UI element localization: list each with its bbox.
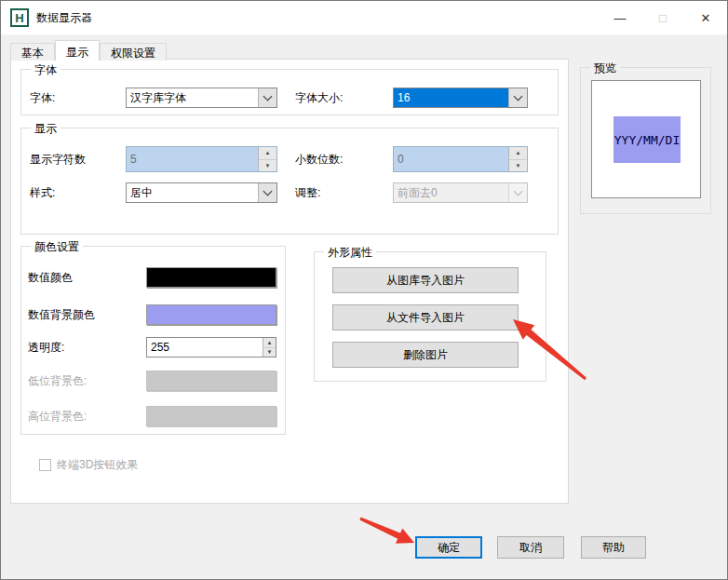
bg-color-swatch[interactable]	[146, 304, 276, 325]
font-select[interactable]: 汉字库字体	[126, 88, 277, 108]
preview-canvas: YYY/MM/DI	[591, 80, 701, 198]
chevron-down-icon	[508, 183, 527, 202]
spin-down-icon: ▼	[509, 159, 527, 172]
delete-image-button[interactable]: 删除图片	[332, 342, 519, 368]
decimal-value: 0	[394, 147, 508, 171]
cancel-button[interactable]: 取消	[497, 536, 564, 559]
font-select-value: 汉字库字体	[127, 88, 258, 107]
display-group: 显示	[20, 128, 559, 235]
low-bg-color-label: 低位背景色:	[28, 371, 87, 391]
opacity-value: 255	[147, 338, 263, 357]
terminal-3d-label: 终端3D按钮效果	[57, 454, 138, 475]
adjust-select: 前面去0	[393, 182, 528, 203]
value-color-label: 数值颜色	[28, 267, 73, 288]
dialog-window: H 数据显示器 — □ ✕ 基本 显示 权限设置 字体 字体: 汉字库字体 字体…	[0, 0, 728, 580]
import-from-gallery-button[interactable]: 从图库导入图片	[332, 267, 519, 293]
style-label: 样式:	[30, 182, 55, 203]
font-size-label: 字体大小:	[295, 88, 343, 108]
adjust-label: 调整:	[295, 182, 320, 203]
tab-permission[interactable]: 权限设置	[100, 43, 167, 61]
chevron-down-icon[interactable]	[508, 88, 527, 107]
spin-down-icon[interactable]: ▼	[263, 347, 276, 357]
style-select-value: 居中	[127, 183, 258, 202]
font-group-title: 字体	[31, 62, 61, 78]
window-title: 数据显示器	[36, 1, 92, 34]
spin-up-icon: ▲	[509, 147, 527, 159]
adjust-select-value: 前面去0	[394, 183, 508, 202]
close-icon[interactable]: ✕	[684, 1, 727, 34]
shape-group-title: 外形属性	[324, 245, 376, 261]
char-count-label: 显示字符数	[30, 146, 86, 172]
font-size-select[interactable]: 16	[393, 88, 528, 108]
tab-basic[interactable]: 基本	[10, 43, 55, 61]
spin-down-icon: ▼	[259, 159, 276, 172]
preview-group-title: 预览	[590, 61, 620, 76]
decimal-stepper: 0 ▲ ▼	[393, 146, 528, 172]
app-icon: H	[10, 8, 29, 27]
display-group-title: 显示	[31, 121, 61, 137]
tab-page-display: 字体 字体: 汉字库字体 字体大小: 16 显示 显示字符数 5 ▲ ▼ 小数位…	[10, 59, 569, 504]
window-controls: — □ ✕	[599, 1, 727, 34]
color-group-title: 颜色设置	[31, 239, 83, 255]
opacity-label: 透明度:	[28, 337, 64, 357]
opacity-stepper[interactable]: 255 ▲ ▼	[146, 337, 276, 357]
chevron-down-icon[interactable]	[258, 183, 276, 202]
preview-group: 预览 YYY/MM/DI	[580, 67, 711, 214]
tab-bar: 基本 显示 权限设置	[10, 40, 167, 61]
terminal-3d-checkbox[interactable]: 终端3D按钮效果	[39, 454, 138, 475]
maximize-icon: □	[641, 1, 684, 34]
high-bg-color-label: 高位背景色:	[28, 406, 87, 426]
import-from-file-button[interactable]: 从文件导入图片	[332, 304, 519, 330]
help-button[interactable]: 帮助	[581, 536, 646, 559]
title-bar: H 数据显示器 — □ ✕	[1, 1, 727, 34]
char-count-stepper: 5 ▲ ▼	[126, 146, 277, 172]
tab-display[interactable]: 显示	[55, 40, 100, 61]
checkbox-box[interactable]	[39, 459, 51, 471]
red-arrow-to-ok-button	[359, 518, 414, 544]
minimize-icon[interactable]: —	[599, 1, 641, 34]
spin-up-icon: ▲	[259, 147, 276, 159]
spin-up-icon[interactable]: ▲	[263, 338, 276, 347]
high-bg-color-swatch	[146, 406, 276, 426]
value-color-swatch[interactable]	[146, 267, 276, 288]
low-bg-color-swatch	[146, 371, 276, 391]
decimal-label: 小数位数:	[295, 146, 343, 172]
font-label: 字体:	[30, 88, 55, 108]
bg-color-label: 数值背景颜色	[28, 304, 95, 325]
char-count-value: 5	[127, 147, 258, 171]
ok-button[interactable]: 确定	[415, 536, 482, 559]
style-select[interactable]: 居中	[126, 182, 277, 203]
preview-sample: YYY/MM/DI	[613, 116, 681, 163]
chevron-down-icon[interactable]	[258, 88, 276, 107]
font-size-value: 16	[394, 88, 508, 107]
